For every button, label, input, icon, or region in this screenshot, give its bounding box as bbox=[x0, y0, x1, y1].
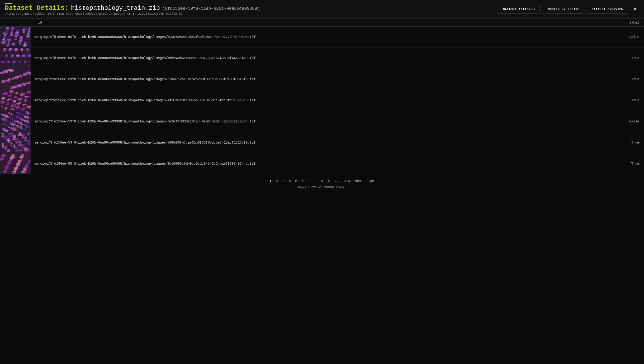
svg-point-167 bbox=[15, 58, 17, 59]
svg-point-137 bbox=[11, 55, 14, 57]
svg-point-345 bbox=[29, 98, 29, 98]
svg-point-163 bbox=[4, 49, 6, 50]
page-7[interactable]: 7 bbox=[306, 178, 311, 184]
row-id: sergiop/9fd156ee-59f8-11eb-b26b-0ea86ce9… bbox=[31, 141, 615, 144]
svg-point-69 bbox=[28, 34, 29, 35]
svg-point-361 bbox=[23, 101, 24, 102]
svg-point-177 bbox=[29, 52, 30, 53]
svg-point-353 bbox=[12, 100, 12, 100]
page-6[interactable]: 6 bbox=[300, 178, 305, 184]
svg-point-509 bbox=[8, 133, 9, 134]
page-3[interactable]: 3 bbox=[281, 178, 286, 184]
svg-point-362 bbox=[24, 105, 26, 107]
svg-point-327 bbox=[26, 106, 31, 108]
svg-point-252 bbox=[19, 71, 20, 72]
row-id: sergiop/9fd156ee-59f8-11eb-b26b-0ea86ce9… bbox=[31, 56, 615, 60]
row-label: True bbox=[615, 77, 644, 81]
thumbnail-cell bbox=[0, 153, 31, 174]
svg-point-75 bbox=[13, 34, 15, 36]
svg-point-526 bbox=[16, 133, 18, 135]
thumbnail-cell bbox=[0, 132, 31, 153]
svg-point-435 bbox=[22, 122, 23, 123]
svg-point-537 bbox=[12, 138, 12, 138]
svg-point-529 bbox=[11, 151, 11, 152]
svg-point-535 bbox=[25, 150, 26, 151]
svg-point-514 bbox=[21, 147, 24, 149]
svg-point-71 bbox=[14, 40, 15, 42]
table-row[interactable]: sergiop/9fd156ee-59f8-11eb-b26b-0ea86ce9… bbox=[0, 111, 644, 132]
svg-point-68 bbox=[21, 31, 22, 32]
svg-point-525 bbox=[10, 140, 11, 140]
svg-point-434 bbox=[3, 122, 5, 124]
page-header: Dataset Details: histopathology_train.zi… bbox=[0, 0, 644, 19]
page-4[interactable]: 4 bbox=[287, 178, 292, 184]
svg-point-245 bbox=[16, 72, 16, 72]
dataset-actions-button[interactable]: DATASET ACTIONS ▼ bbox=[498, 5, 540, 14]
svg-point-418 bbox=[2, 128, 7, 131]
svg-point-269 bbox=[9, 82, 10, 83]
svg-point-497 bbox=[1, 136, 5, 138]
page-5[interactable]: 5 bbox=[294, 178, 299, 184]
svg-point-309 bbox=[8, 98, 9, 101]
table-row[interactable]: sergiop/9fd156ee-59f8-11eb-b26b-0ea86ce9… bbox=[0, 48, 644, 69]
svg-point-240 bbox=[15, 86, 17, 88]
svg-point-408 bbox=[1, 114, 3, 115]
modify-by-recipe-button[interactable]: MODIFY BY RECIPE bbox=[543, 5, 584, 14]
svg-point-356 bbox=[16, 96, 17, 96]
page-10[interactable]: 10 bbox=[326, 178, 333, 184]
page-9[interactable]: 9 bbox=[319, 178, 324, 184]
svg-point-283 bbox=[1, 106, 3, 106]
svg-point-506 bbox=[27, 142, 30, 145]
header-left: Dataset Details: histopathology_train.zi… bbox=[5, 3, 260, 16]
svg-point-443 bbox=[28, 116, 29, 118]
id-col-header: id bbox=[36, 21, 611, 24]
svg-point-256 bbox=[14, 76, 15, 77]
svg-point-141 bbox=[16, 48, 17, 51]
close-button[interactable]: × bbox=[631, 5, 639, 14]
row-label: True bbox=[615, 162, 644, 166]
thumbnail-cell bbox=[0, 48, 31, 68]
svg-point-347 bbox=[3, 106, 4, 108]
svg-point-244 bbox=[3, 80, 4, 80]
svg-point-61 bbox=[1, 28, 2, 28]
svg-point-63 bbox=[15, 34, 16, 35]
dataset-overview-button[interactable]: DATASET OVERVIEW bbox=[587, 5, 628, 14]
table-row[interactable]: sergiop/9fd156ee-59f8-11eb-b26b-0ea86ce9… bbox=[0, 132, 644, 153]
svg-point-450 bbox=[16, 129, 17, 131]
svg-point-162 bbox=[8, 51, 10, 53]
svg-point-180 bbox=[16, 63, 17, 64]
table-row[interactable]: sergiop/9fd156ee-59f8-11eb-b26b-0ea86ce9… bbox=[0, 26, 644, 48]
svg-point-438 bbox=[20, 119, 22, 121]
svg-point-510 bbox=[9, 136, 14, 137]
svg-point-81 bbox=[27, 35, 27, 36]
page-1[interactable]: 1 bbox=[268, 178, 273, 184]
next-page-button[interactable]: Next Page bbox=[353, 178, 376, 184]
svg-point-541 bbox=[12, 149, 12, 150]
svg-point-424 bbox=[11, 123, 12, 125]
page-last[interactable]: 870 bbox=[342, 178, 352, 184]
svg-point-352 bbox=[10, 94, 11, 96]
svg-point-222 bbox=[24, 74, 27, 75]
table-row[interactable]: sergiop/9fd156ee-59f8-11eb-b26b-0ea86ce9… bbox=[0, 153, 644, 174]
svg-point-635 bbox=[23, 170, 25, 171]
table-row[interactable]: sergiop/9fd156ee-59f8-11eb-b26b-0ea86ce9… bbox=[0, 90, 644, 111]
svg-point-431 bbox=[5, 124, 6, 126]
svg-point-633 bbox=[4, 157, 4, 158]
svg-point-255 bbox=[1, 83, 2, 85]
svg-point-447 bbox=[17, 113, 18, 114]
svg-point-268 bbox=[25, 72, 26, 73]
table-row[interactable]: sergiop/9fd156ee-59f8-11eb-b26b-0ea86ce9… bbox=[0, 69, 644, 90]
svg-point-536 bbox=[4, 144, 5, 145]
svg-point-258 bbox=[10, 78, 12, 80]
page-2[interactable]: 2 bbox=[274, 178, 279, 184]
svg-point-1 bbox=[1, 27, 2, 28]
svg-point-421 bbox=[6, 117, 10, 118]
svg-point-246 bbox=[27, 82, 29, 83]
svg-point-72 bbox=[21, 44, 22, 44]
svg-point-328 bbox=[7, 95, 11, 97]
svg-point-351 bbox=[9, 108, 10, 109]
svg-point-452 bbox=[25, 128, 26, 129]
svg-point-153 bbox=[20, 55, 20, 56]
svg-point-467 bbox=[2, 142, 4, 144]
page-8[interactable]: 8 bbox=[313, 178, 318, 184]
